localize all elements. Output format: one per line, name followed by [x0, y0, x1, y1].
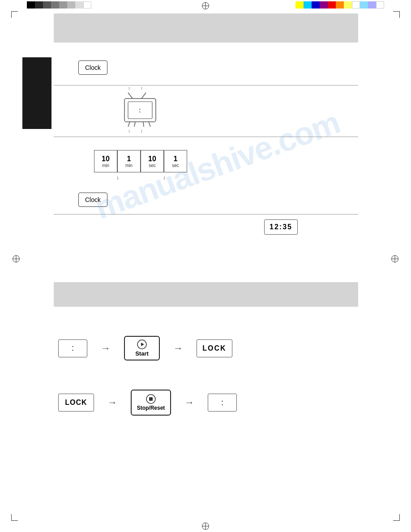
time-boxes-container: 10 min 1 min 10 sec 1 sec [94, 150, 187, 172]
time-box-10sec: 10 sec [141, 150, 164, 172]
flow1-step1-text: : [72, 343, 74, 353]
clock-label-1: Clock [85, 64, 101, 71]
swatch-light-blue [360, 1, 368, 9]
flow2-colon-display: : [208, 394, 237, 412]
tv-svg: : [116, 92, 165, 132]
svg-marker-10 [141, 343, 144, 346]
flow1-lock-display: LOCK [197, 339, 232, 357]
svg-line-0 [128, 93, 133, 99]
svg-line-8 [149, 122, 150, 127]
time-box-1sec: 1 sec [164, 150, 187, 172]
start-button[interactable]: Start [124, 336, 160, 360]
flow2-lock-display: LOCK [58, 394, 94, 412]
section-sidebar [22, 57, 51, 129]
arrow-down-10min: ↓ [116, 174, 120, 180]
clock-button-2[interactable]: Clock [78, 193, 107, 207]
time-display-1235: 12:35 [264, 219, 298, 235]
swatch-purple [320, 1, 328, 9]
stop-label: Stop/Reset [137, 405, 165, 411]
clock-button-1[interactable]: Clock [78, 60, 107, 75]
corner-mark-tr [393, 11, 400, 18]
time-unit-10min: min [102, 163, 109, 168]
time-unit-1sec: sec [172, 163, 179, 168]
left-registration-mark [13, 255, 20, 262]
swatch-white [83, 1, 91, 9]
swatch-med-dark [43, 1, 51, 9]
swatch-black [27, 1, 35, 9]
top-center-registration [202, 2, 209, 9]
corner-mark-bl [11, 514, 18, 521]
flow2-step1-text: LOCK [65, 399, 87, 407]
svg-line-1 [141, 93, 146, 99]
flow1-step3-text: LOCK [202, 344, 226, 352]
svg-line-6 [134, 122, 135, 127]
svg-rect-12 [149, 397, 153, 401]
time-value-10min: 10 [102, 155, 110, 163]
divider-line-1 [54, 85, 358, 86]
stop-reset-button[interactable]: Stop/Reset [131, 390, 171, 416]
bottom-center-registration [202, 523, 209, 530]
swatch-red [328, 1, 336, 9]
swatch-yellow [295, 1, 304, 9]
time-value-1min: 1 [127, 155, 131, 163]
tv-diagram: : ↑ ↑ ↓ ↓ [116, 92, 165, 134]
swatch-dark [35, 1, 43, 9]
svg-line-5 [128, 122, 130, 127]
flow2-arrow2: → [184, 397, 194, 408]
tv-down-arrow-left: ↓ [128, 128, 131, 133]
swatch-blue [312, 1, 320, 9]
time-unit-10sec: sec [149, 163, 156, 168]
swatch-light-gray [67, 1, 75, 9]
stop-icon [146, 394, 156, 404]
flow2-step3-text: : [221, 398, 223, 408]
swatch-med [51, 1, 59, 9]
swatch-lavender [368, 1, 376, 9]
svg-line-7 [143, 122, 144, 127]
swatch-orange [336, 1, 344, 9]
tv-up-arrow-left: ↑ [128, 86, 131, 91]
swatch-cyan [304, 1, 312, 9]
lock-flow-row-1: : → Start → LOCK [58, 336, 232, 360]
time-unit-1min: min [125, 163, 133, 168]
swatch-white3 [376, 1, 384, 9]
divider-line-3 [54, 214, 358, 215]
clock-label-2: Clock [85, 196, 101, 203]
time-value-10sec: 10 [148, 155, 156, 163]
time-down-arrows: ↓ ↓ [106, 174, 199, 180]
swatch-lighter [75, 1, 83, 9]
flow2-arrow1: → [107, 397, 117, 408]
flow1-colon-display: : [58, 339, 87, 357]
start-label: Start [135, 350, 149, 357]
time-display-value: 12:35 [270, 223, 292, 231]
time-value-1sec: 1 [174, 155, 178, 163]
arrow-down-10sec: ↓ [163, 174, 166, 180]
divider-line-2 [54, 137, 358, 137]
gray-banner-mid [54, 282, 358, 307]
tv-up-arrow-right: ↑ [141, 86, 143, 91]
flow1-arrow2: → [173, 343, 183, 354]
swatch-gray [59, 1, 67, 9]
corner-mark-tl [11, 11, 18, 18]
color-swatches-right [295, 1, 384, 9]
swatch-white2 [352, 1, 360, 9]
corner-mark-br [393, 514, 400, 521]
lock-flow-row-2: LOCK → Stop/Reset → : [58, 390, 237, 416]
time-box-1min: 1 min [117, 150, 141, 172]
start-icon [137, 339, 147, 349]
time-box-10min: 10 min [94, 150, 117, 172]
flow1-arrow1: → [101, 343, 111, 354]
gray-banner-top [54, 13, 358, 43]
tv-down-arrow-right: ↓ [141, 128, 143, 133]
swatch-yellow2 [344, 1, 352, 9]
svg-text::: : [139, 107, 141, 114]
color-swatches-left [27, 1, 91, 9]
right-registration-mark [391, 255, 398, 262]
